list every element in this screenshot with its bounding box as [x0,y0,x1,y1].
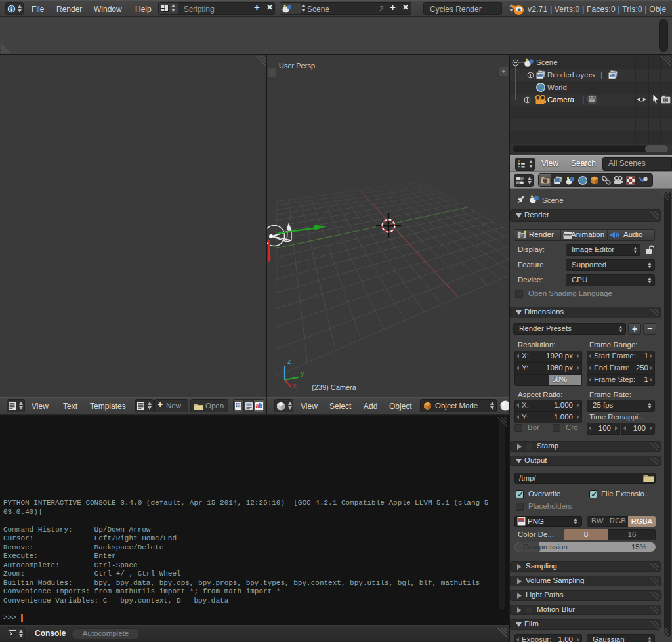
svg-text:y: y [301,369,304,377]
svg-text:x: x [293,381,297,389]
svg-text:z: z [287,357,291,365]
